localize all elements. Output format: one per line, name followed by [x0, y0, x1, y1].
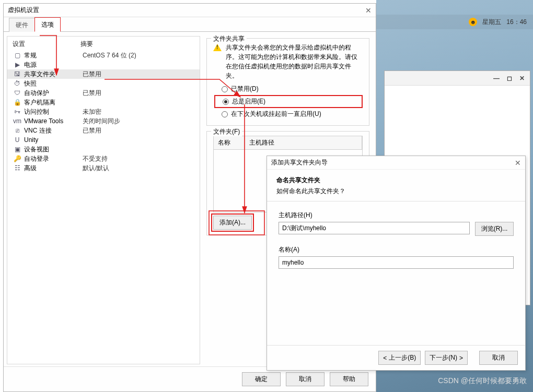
folder-sharing-group: 文件夹共享 共享文件夹会将您的文件显示给虚拟机中的程序。这可能为您的计算机和数据… — [206, 38, 369, 126]
setting-summary: 关闭时间同步 — [83, 117, 120, 126]
setting-name: 电源 — [24, 61, 80, 69]
group-title: 文件夹(F) — [211, 127, 242, 136]
setting-icon: ⏱ — [13, 80, 22, 87]
setting-name: 常规 — [24, 51, 80, 60]
host-path-input[interactable] — [279, 222, 470, 234]
settings-row[interactable]: 🔑自动登录不受支持 — [7, 154, 200, 163]
time-label: 16：46 — [506, 18, 527, 27]
col-summary: 摘要 — [80, 40, 93, 49]
sharing-warning: 共享文件夹会将您的文件显示给虚拟机中的程序。这可能为您的计算机和数据带来风险。请… — [213, 43, 363, 80]
settings-row[interactable]: ▢常规CentOS 7 64 位 (2) — [7, 51, 200, 60]
add-shared-folder-wizard: 添加共享文件夹向导 ✕ 命名共享文件夹 如何命名此共享文件夹？ 主机路径(H) … — [266, 156, 526, 371]
radio-icon — [222, 111, 228, 117]
settings-row[interactable]: vmVMware Tools关闭时间同步 — [7, 116, 200, 126]
settings-list-header: 设置 摘要 — [7, 37, 200, 51]
setting-summary: CentOS 7 64 位 (2) — [83, 51, 136, 60]
col-path: 主机路径 — [245, 136, 362, 149]
close-icon[interactable]: ✕ — [515, 159, 521, 167]
tab-options[interactable]: 选项 — [34, 17, 61, 32]
setting-summary: 已禁用 — [83, 89, 101, 98]
settings-row[interactable]: 🖫共享文件夹已禁用 — [7, 69, 200, 79]
wizard-header: 命名共享文件夹 如何命名此共享文件夹？ — [267, 170, 525, 201]
radio-until-shutdown[interactable]: 在下次关机或挂起前一直启用(U) — [222, 110, 363, 118]
settings-row[interactable]: 🔒客户机隔离 — [7, 98, 200, 107]
ok-button[interactable]: 确定 — [242, 372, 281, 386]
setting-icon: 🔒 — [13, 99, 22, 106]
face-icon: ☻ — [469, 18, 477, 26]
group-title: 文件夹共享 — [211, 34, 247, 43]
setting-summary: 未加密 — [83, 108, 101, 116]
setting-icon: ▶ — [13, 61, 22, 68]
wizard-subheading: 如何命名此共享文件夹？ — [276, 187, 516, 196]
tab-hardware[interactable]: 硬件 — [9, 18, 35, 32]
browse-button[interactable]: 浏览(R)... — [475, 222, 514, 236]
name-input[interactable] — [279, 256, 514, 269]
close-icon[interactable]: ✕ — [519, 75, 525, 82]
settings-list: 设置 摘要 ▢常规CentOS 7 64 位 (2)▶电源🖫共享文件夹已禁用⏱快… — [7, 36, 200, 364]
radio-label: 总是启用(E) — [232, 97, 265, 106]
wizard-button-bar: <上一步(B) 下一步(N)> 取消 — [267, 345, 525, 370]
setting-name: 自动保护 — [24, 89, 80, 98]
setting-summary: 默认/默认 — [83, 164, 109, 173]
next-button[interactable]: 下一步(N)> — [425, 351, 468, 365]
wizard-title: 添加共享文件夹向导 — [271, 158, 328, 167]
cancel-button[interactable]: 取消 — [479, 351, 518, 365]
settings-row[interactable]: ▣设备视图 — [7, 145, 200, 154]
chevron-right-icon: > — [459, 354, 463, 362]
warning-icon — [213, 44, 222, 51]
col-name: 名称 — [214, 136, 245, 149]
watermark: CSDN @任何时候都要勇敢 — [438, 376, 527, 386]
setting-name: VMware Tools — [24, 117, 80, 125]
setting-icon: ▣ — [13, 146, 22, 153]
setting-icon: 🖫 — [13, 70, 22, 78]
setting-name: 设备视图 — [24, 145, 80, 154]
setting-summary: 已禁用 — [83, 126, 101, 135]
setting-icon: ▢ — [13, 52, 22, 59]
settings-row[interactable]: UUnity — [7, 135, 200, 145]
radio-label: 已禁用(D) — [231, 85, 259, 93]
setting-name: Unity — [24, 136, 80, 144]
dialog-title: 虚拟机设置 — [8, 6, 39, 15]
settings-row[interactable]: ⎚VNC 连接已禁用 — [7, 126, 200, 135]
setting-icon: 🗝 — [13, 108, 22, 115]
setting-icon: ⎚ — [13, 127, 22, 134]
background-window-controls: ― ◻ ✕ — [385, 71, 530, 86]
close-icon[interactable]: ✕ — [365, 6, 372, 15]
add-folder-button[interactable]: 添加(A)... — [213, 216, 252, 230]
chevron-left-icon: < — [383, 354, 387, 362]
settings-row[interactable]: ▶电源 — [7, 60, 200, 69]
wizard-body: 主机路径(H) 浏览(R)... 名称(A) — [267, 201, 525, 345]
back-button[interactable]: <上一步(B) — [378, 351, 421, 365]
name-label: 名称(A) — [279, 245, 514, 254]
setting-summary: 已禁用 — [83, 70, 101, 79]
minimize-icon[interactable]: ― — [493, 75, 500, 82]
settings-row[interactable]: 🗝访问控制未加密 — [7, 107, 200, 116]
dialog-titlebar: 虚拟机设置 ✕ — [4, 4, 376, 17]
setting-name: 共享文件夹 — [24, 70, 80, 79]
settings-row[interactable]: 🛡自动保护已禁用 — [7, 88, 200, 98]
day-label: 星期五 — [482, 18, 501, 27]
settings-row[interactable]: ⏱快照 — [7, 79, 200, 88]
setting-icon: U — [13, 136, 22, 144]
setting-name: 客户机隔离 — [24, 98, 80, 107]
warning-text: 共享文件夹会将您的文件显示给虚拟机中的程序。这可能为您的计算机和数据带来风险。请… — [226, 43, 363, 80]
radio-always-enabled[interactable]: 总是启用(E) — [214, 95, 363, 108]
wizard-heading: 命名共享文件夹 — [276, 176, 516, 185]
setting-name: 快照 — [24, 79, 80, 88]
radio-disabled[interactable]: 已禁用(D) — [222, 85, 363, 93]
tab-bar: 硬件 选项 — [4, 17, 376, 32]
host-path-label: 主机路径(H) — [279, 211, 514, 220]
help-button[interactable]: 帮助 — [330, 372, 368, 386]
setting-name: 访问控制 — [24, 108, 80, 116]
setting-name: 高级 — [24, 164, 80, 173]
setting-icon: ☷ — [13, 164, 22, 172]
radio-icon — [222, 86, 228, 92]
setting-name: 自动登录 — [24, 155, 80, 163]
folders-table-header: 名称 主机路径 — [213, 136, 363, 150]
radio-icon — [223, 99, 229, 105]
cancel-button[interactable]: 取消 — [286, 372, 325, 386]
settings-row[interactable]: ☷高级默认/默认 — [7, 163, 200, 173]
col-settings: 设置 — [13, 40, 80, 49]
setting-summary: 不受支持 — [83, 155, 108, 163]
maximize-icon[interactable]: ◻ — [507, 75, 512, 82]
